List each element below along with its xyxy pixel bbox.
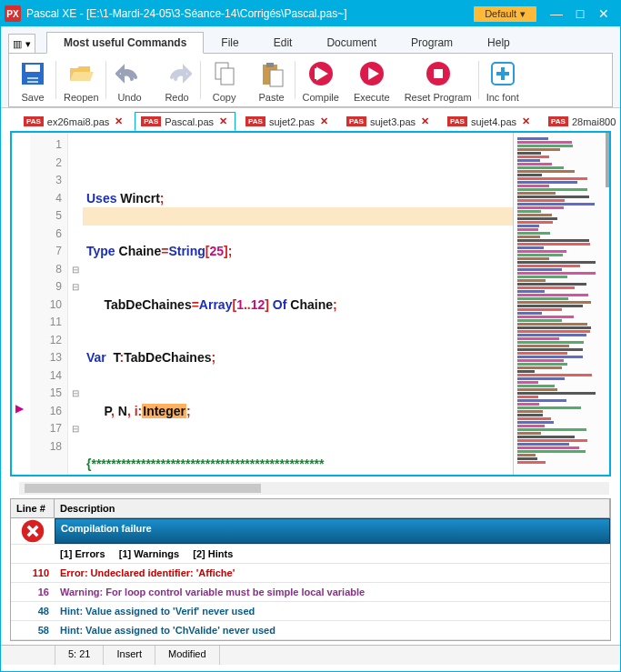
svg-rect-1: [25, 65, 40, 72]
paste-label: Paste: [258, 92, 284, 103]
compilation-failure-row[interactable]: Compilation failure: [55, 518, 610, 544]
col-desc-header: Description: [55, 499, 610, 517]
messages-panel: Line # Description Compilation failure […: [10, 498, 611, 641]
file-tab[interactable]: PASPascal.pas✕: [135, 112, 235, 131]
paste-button[interactable]: Paste: [248, 57, 295, 103]
window-title: Pascal XE - [E:\1-Mardi-24-05\3-Séance-1…: [26, 7, 474, 20]
options-menu-button[interactable]: ▥ ▾: [8, 34, 35, 54]
compile-icon: [305, 57, 337, 90]
file-tab-bar: PASex26mai8.pas✕ PASPascal.pas✕ PASsujet…: [1, 108, 620, 131]
file-tab[interactable]: PAS28mai800: [542, 113, 621, 131]
svg-rect-13: [434, 69, 443, 78]
minimap-scrollbar[interactable]: [606, 133, 609, 187]
ribbon-tab-file[interactable]: File: [204, 32, 255, 54]
save-button[interactable]: Save: [9, 57, 56, 103]
ribbon-tab-commands[interactable]: Most useful Commands: [46, 32, 204, 54]
reopen-label: Reopen: [64, 92, 99, 103]
horizontal-scrollbar[interactable]: [19, 482, 609, 495]
plus-icon: [486, 57, 519, 90]
compile-label: Compile: [303, 92, 339, 103]
cursor-position: 5: 21: [55, 646, 104, 665]
close-button[interactable]: ✕: [596, 6, 611, 21]
code-editor[interactable]: Uses Wincrt; Type Chaine=String[25]; Tab…: [83, 133, 513, 475]
error-row[interactable]: 110 Error: Undeclared identifier: 'Affic…: [11, 564, 610, 583]
svg-rect-9: [270, 70, 283, 86]
error-summary: [1] Errors [1] Warnings [2] Hints: [55, 545, 610, 563]
undo-icon: [114, 57, 146, 90]
folder-open-icon: [65, 57, 97, 90]
execute-icon: [356, 57, 388, 90]
close-tab-icon[interactable]: ✕: [217, 115, 229, 127]
error-row[interactable]: 48 Hint: Value assigned to 'Verif' never…: [11, 602, 610, 621]
svg-rect-6: [221, 68, 234, 85]
close-tab-icon[interactable]: ✕: [419, 115, 431, 127]
copy-label: Copy: [213, 92, 236, 103]
status-bar: 5: 21 Insert Modified: [1, 645, 620, 665]
execute-label: Execute: [354, 92, 390, 103]
breakpoint-marker[interactable]: ▶: [15, 402, 24, 415]
error-row[interactable]: 58 Hint: Value assigned to 'ChValide' ne…: [11, 621, 610, 640]
redo-label: Redo: [165, 92, 188, 103]
svg-rect-8: [266, 63, 274, 67]
reset-label: Reset Program: [405, 92, 472, 103]
error-icon: [11, 518, 55, 544]
file-tab[interactable]: PASsujet4.pas✕: [441, 112, 538, 131]
incfont-label: Inc font: [486, 92, 519, 103]
reset-button[interactable]: Reset Program: [397, 57, 479, 103]
maximize-button[interactable]: □: [573, 6, 587, 21]
file-tab[interactable]: PASsujet2.pas✕: [239, 112, 336, 131]
close-tab-icon[interactable]: ✕: [318, 115, 330, 127]
error-row[interactable]: 16 Warning: For loop control variable mu…: [11, 583, 610, 602]
line-number-gutter: 123456789101112131415161718: [30, 133, 68, 475]
fold-gutter[interactable]: ⊟⊟⊟⊟: [68, 133, 83, 475]
editor: ▶ 123456789101112131415161718 ⊟⊟⊟⊟ Uses …: [10, 131, 611, 476]
modified-status: Modified: [155, 646, 220, 665]
insert-mode: Insert: [104, 646, 155, 665]
close-tab-icon[interactable]: ✕: [520, 115, 532, 127]
redo-button[interactable]: Redo: [154, 57, 201, 103]
file-tab[interactable]: PASex26mai8.pas✕: [17, 112, 131, 131]
copy-icon: [208, 57, 241, 90]
ribbon-tab-program[interactable]: Program: [394, 32, 470, 54]
copy-button[interactable]: Copy: [201, 57, 248, 103]
app-icon: PX: [5, 5, 21, 22]
close-tab-icon[interactable]: ✕: [113, 115, 125, 127]
reopen-button[interactable]: Reopen: [56, 57, 106, 103]
ribbon: ▥ ▾ Most useful Commands File Edit Docum…: [1, 26, 620, 108]
ribbon-tab-document[interactable]: Document: [309, 32, 394, 54]
current-line-highlight: [83, 207, 513, 226]
col-line-header: Line #: [11, 499, 55, 517]
undo-label: Undo: [117, 92, 141, 103]
ribbon-tab-edit[interactable]: Edit: [256, 32, 310, 54]
svg-rect-4: [27, 79, 38, 81]
reset-icon: [422, 57, 455, 90]
paste-icon: [255, 57, 288, 90]
file-tab[interactable]: PASsujet3.pas✕: [340, 112, 437, 131]
ribbon-tab-help[interactable]: Help: [470, 32, 527, 54]
default-theme-button[interactable]: Default▾: [474, 6, 536, 22]
compile-button[interactable]: Compile: [295, 57, 346, 103]
save-label: Save: [21, 92, 44, 103]
undo-button[interactable]: Undo: [106, 57, 154, 103]
minimize-button[interactable]: —: [549, 6, 564, 21]
inc-font-button[interactable]: Inc font: [479, 57, 526, 103]
execute-button[interactable]: Execute: [346, 57, 397, 103]
svg-rect-3: [27, 75, 38, 77]
redo-icon: [161, 57, 194, 90]
minimap[interactable]: [514, 133, 609, 475]
save-icon: [16, 57, 49, 90]
title-bar: PX Pascal XE - [E:\1-Mardi-24-05\3-Séanc…: [1, 1, 620, 26]
